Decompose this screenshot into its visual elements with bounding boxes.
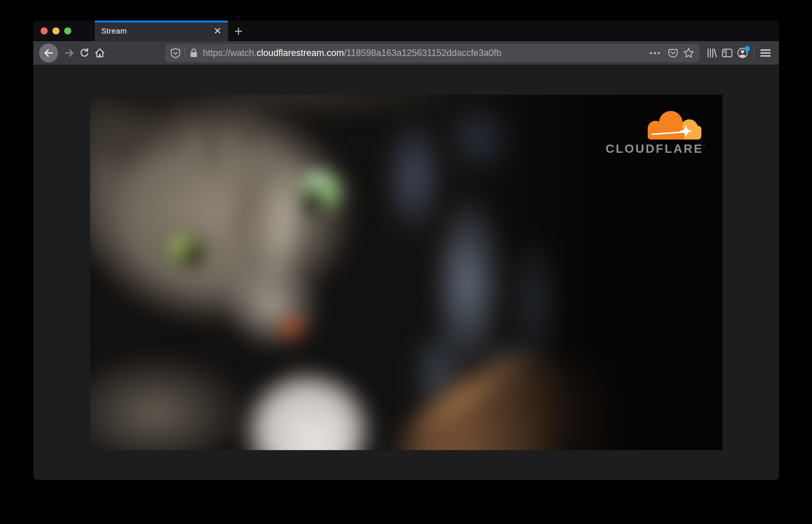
account-notification-dot	[744, 46, 750, 51]
url-path: /118598a163a125631152ddaccfe3a0fb	[344, 48, 501, 58]
pocket-button[interactable]	[668, 48, 678, 58]
window-minimize-button[interactable]	[52, 27, 60, 34]
reload-icon	[79, 47, 90, 59]
sidebar-icon	[721, 47, 733, 59]
pocket-icon	[668, 48, 678, 58]
new-tab-button[interactable]: +	[228, 21, 249, 41]
lock-icon[interactable]	[189, 48, 198, 58]
account-button[interactable]	[735, 45, 750, 61]
back-arrow-icon	[43, 48, 54, 58]
window-close-button[interactable]	[40, 27, 48, 34]
browser-window: Stream ✕ +	[33, 21, 779, 480]
bookmark-star-button[interactable]	[683, 47, 694, 59]
url-protocol: https://watch.	[203, 48, 257, 58]
window-controls	[33, 21, 95, 41]
cloudflare-cloud-icon	[646, 110, 704, 141]
library-button[interactable]	[704, 45, 719, 61]
url-domain: cloudflarestream.com	[257, 48, 344, 58]
back-button[interactable]	[39, 44, 58, 62]
cloudflare-logo: CLOUDFLARE’	[605, 110, 705, 156]
menu-button[interactable]	[758, 45, 773, 61]
tab-stream[interactable]: Stream ✕	[95, 21, 228, 41]
trademark-mark: ’	[703, 144, 704, 149]
home-button[interactable]	[92, 45, 108, 61]
library-icon	[706, 47, 717, 59]
tab-close-icon[interactable]: ✕	[211, 24, 224, 38]
star-icon	[683, 47, 694, 59]
tracking-protection-shield-icon[interactable]	[170, 48, 180, 58]
video-player[interactable]: CLOUDFLARE’	[90, 95, 722, 450]
page-actions-button[interactable]: •••	[650, 49, 661, 58]
toolbar-separator	[754, 46, 754, 60]
cloudflare-wordmark: CLOUDFLARE’	[605, 142, 705, 156]
urlbar-separator	[184, 48, 185, 58]
reload-button[interactable]	[77, 45, 92, 61]
home-icon	[94, 47, 105, 59]
sidebar-button[interactable]	[719, 45, 735, 61]
tab-bar: Stream ✕ +	[33, 21, 779, 41]
url-text[interactable]: https://watch.cloudflarestream.com/11859…	[203, 48, 645, 58]
forward-button[interactable]	[62, 45, 77, 61]
hamburger-menu-icon	[759, 48, 772, 58]
address-bar[interactable]: https://watch.cloudflarestream.com/11859…	[165, 44, 700, 62]
window-zoom-button[interactable]	[64, 27, 71, 34]
forward-arrow-icon	[64, 48, 75, 58]
page-content: CLOUDFLARE’	[33, 65, 779, 479]
navigation-toolbar: https://watch.cloudflarestream.com/11859…	[33, 41, 779, 65]
tab-title: Stream	[101, 27, 127, 36]
